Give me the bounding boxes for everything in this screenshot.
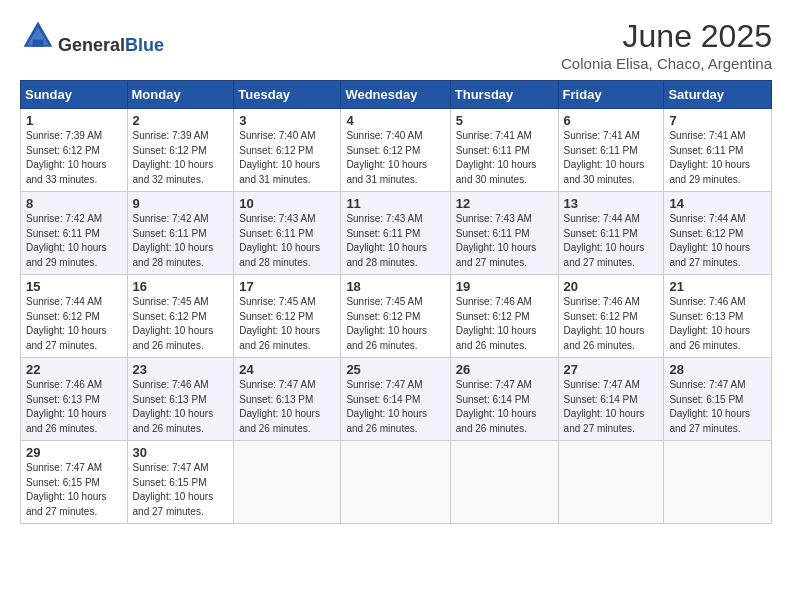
day-number: 6 — [564, 113, 659, 128]
day-cell: 15 Sunrise: 7:44 AMSunset: 6:12 PMDaylig… — [21, 275, 128, 358]
day-cell: 28 Sunrise: 7:47 AMSunset: 6:15 PMDaylig… — [664, 358, 772, 441]
day-info: Sunrise: 7:47 AMSunset: 6:14 PMDaylight:… — [346, 379, 427, 434]
day-cell: 8 Sunrise: 7:42 AMSunset: 6:11 PMDayligh… — [21, 192, 128, 275]
day-cell — [664, 441, 772, 524]
day-cell: 30 Sunrise: 7:47 AMSunset: 6:15 PMDaylig… — [127, 441, 234, 524]
calendar-title: June 2025 — [561, 18, 772, 55]
day-info: Sunrise: 7:45 AMSunset: 6:12 PMDaylight:… — [346, 296, 427, 351]
day-cell: 24 Sunrise: 7:47 AMSunset: 6:13 PMDaylig… — [234, 358, 341, 441]
week-row-2: 8 Sunrise: 7:42 AMSunset: 6:11 PMDayligh… — [21, 192, 772, 275]
day-number: 22 — [26, 362, 122, 377]
day-number: 12 — [456, 196, 553, 211]
day-number: 19 — [456, 279, 553, 294]
day-cell: 3 Sunrise: 7:40 AMSunset: 6:12 PMDayligh… — [234, 109, 341, 192]
day-info: Sunrise: 7:40 AMSunset: 6:12 PMDaylight:… — [239, 130, 320, 185]
day-info: Sunrise: 7:47 AMSunset: 6:15 PMDaylight:… — [133, 462, 214, 517]
weekday-header-monday: Monday — [127, 81, 234, 109]
day-number: 28 — [669, 362, 766, 377]
day-cell: 22 Sunrise: 7:46 AMSunset: 6:13 PMDaylig… — [21, 358, 128, 441]
day-number: 8 — [26, 196, 122, 211]
day-cell: 14 Sunrise: 7:44 AMSunset: 6:12 PMDaylig… — [664, 192, 772, 275]
weekday-header-sunday: Sunday — [21, 81, 128, 109]
day-cell: 25 Sunrise: 7:47 AMSunset: 6:14 PMDaylig… — [341, 358, 450, 441]
day-number: 2 — [133, 113, 229, 128]
day-info: Sunrise: 7:40 AMSunset: 6:12 PMDaylight:… — [346, 130, 427, 185]
logo: GeneralBlue — [20, 18, 164, 54]
day-number: 18 — [346, 279, 444, 294]
day-cell: 1 Sunrise: 7:39 AMSunset: 6:12 PMDayligh… — [21, 109, 128, 192]
weekday-header-saturday: Saturday — [664, 81, 772, 109]
day-info: Sunrise: 7:44 AMSunset: 6:12 PMDaylight:… — [669, 213, 750, 268]
day-info: Sunrise: 7:47 AMSunset: 6:14 PMDaylight:… — [564, 379, 645, 434]
day-info: Sunrise: 7:43 AMSunset: 6:11 PMDaylight:… — [239, 213, 320, 268]
day-number: 26 — [456, 362, 553, 377]
day-number: 27 — [564, 362, 659, 377]
day-info: Sunrise: 7:47 AMSunset: 6:15 PMDaylight:… — [669, 379, 750, 434]
weekday-header-row: SundayMondayTuesdayWednesdayThursdayFrid… — [21, 81, 772, 109]
day-number: 5 — [456, 113, 553, 128]
day-info: Sunrise: 7:44 AMSunset: 6:12 PMDaylight:… — [26, 296, 107, 351]
day-info: Sunrise: 7:39 AMSunset: 6:12 PMDaylight:… — [26, 130, 107, 185]
day-cell: 16 Sunrise: 7:45 AMSunset: 6:12 PMDaylig… — [127, 275, 234, 358]
calendar-location: Colonia Elisa, Chaco, Argentina — [561, 55, 772, 72]
header: GeneralBlue June 2025 Colonia Elisa, Cha… — [20, 18, 772, 72]
day-info: Sunrise: 7:47 AMSunset: 6:14 PMDaylight:… — [456, 379, 537, 434]
day-cell: 13 Sunrise: 7:44 AMSunset: 6:11 PMDaylig… — [558, 192, 664, 275]
day-number: 13 — [564, 196, 659, 211]
day-number: 14 — [669, 196, 766, 211]
day-info: Sunrise: 7:41 AMSunset: 6:11 PMDaylight:… — [564, 130, 645, 185]
day-number: 21 — [669, 279, 766, 294]
day-number: 29 — [26, 445, 122, 460]
day-info: Sunrise: 7:45 AMSunset: 6:12 PMDaylight:… — [133, 296, 214, 351]
day-cell — [558, 441, 664, 524]
day-cell: 12 Sunrise: 7:43 AMSunset: 6:11 PMDaylig… — [450, 192, 558, 275]
day-cell: 7 Sunrise: 7:41 AMSunset: 6:11 PMDayligh… — [664, 109, 772, 192]
day-info: Sunrise: 7:42 AMSunset: 6:11 PMDaylight:… — [26, 213, 107, 268]
day-cell: 6 Sunrise: 7:41 AMSunset: 6:11 PMDayligh… — [558, 109, 664, 192]
day-info: Sunrise: 7:46 AMSunset: 6:13 PMDaylight:… — [669, 296, 750, 351]
day-number: 11 — [346, 196, 444, 211]
day-number: 9 — [133, 196, 229, 211]
weekday-header-friday: Friday — [558, 81, 664, 109]
day-info: Sunrise: 7:46 AMSunset: 6:12 PMDaylight:… — [456, 296, 537, 351]
day-cell: 9 Sunrise: 7:42 AMSunset: 6:11 PMDayligh… — [127, 192, 234, 275]
day-cell: 27 Sunrise: 7:47 AMSunset: 6:14 PMDaylig… — [558, 358, 664, 441]
week-row-5: 29 Sunrise: 7:47 AMSunset: 6:15 PMDaylig… — [21, 441, 772, 524]
day-number: 17 — [239, 279, 335, 294]
day-cell — [341, 441, 450, 524]
day-number: 7 — [669, 113, 766, 128]
day-cell: 29 Sunrise: 7:47 AMSunset: 6:15 PMDaylig… — [21, 441, 128, 524]
day-info: Sunrise: 7:46 AMSunset: 6:12 PMDaylight:… — [564, 296, 645, 351]
day-number: 25 — [346, 362, 444, 377]
logo-blue-text: Blue — [125, 35, 164, 55]
day-info: Sunrise: 7:43 AMSunset: 6:11 PMDaylight:… — [346, 213, 427, 268]
day-cell: 21 Sunrise: 7:46 AMSunset: 6:13 PMDaylig… — [664, 275, 772, 358]
day-cell: 20 Sunrise: 7:46 AMSunset: 6:12 PMDaylig… — [558, 275, 664, 358]
svg-rect-2 — [33, 40, 44, 47]
day-number: 23 — [133, 362, 229, 377]
day-cell — [234, 441, 341, 524]
week-row-1: 1 Sunrise: 7:39 AMSunset: 6:12 PMDayligh… — [21, 109, 772, 192]
weekday-header-wednesday: Wednesday — [341, 81, 450, 109]
day-number: 1 — [26, 113, 122, 128]
day-info: Sunrise: 7:46 AMSunset: 6:13 PMDaylight:… — [26, 379, 107, 434]
title-block: June 2025 Colonia Elisa, Chaco, Argentin… — [561, 18, 772, 72]
week-row-4: 22 Sunrise: 7:46 AMSunset: 6:13 PMDaylig… — [21, 358, 772, 441]
day-cell: 23 Sunrise: 7:46 AMSunset: 6:13 PMDaylig… — [127, 358, 234, 441]
day-number: 30 — [133, 445, 229, 460]
day-info: Sunrise: 7:41 AMSunset: 6:11 PMDaylight:… — [456, 130, 537, 185]
day-number: 20 — [564, 279, 659, 294]
day-info: Sunrise: 7:43 AMSunset: 6:11 PMDaylight:… — [456, 213, 537, 268]
day-cell — [450, 441, 558, 524]
day-info: Sunrise: 7:39 AMSunset: 6:12 PMDaylight:… — [133, 130, 214, 185]
day-cell: 10 Sunrise: 7:43 AMSunset: 6:11 PMDaylig… — [234, 192, 341, 275]
day-cell: 19 Sunrise: 7:46 AMSunset: 6:12 PMDaylig… — [450, 275, 558, 358]
day-info: Sunrise: 7:42 AMSunset: 6:11 PMDaylight:… — [133, 213, 214, 268]
day-info: Sunrise: 7:45 AMSunset: 6:12 PMDaylight:… — [239, 296, 320, 351]
day-info: Sunrise: 7:46 AMSunset: 6:13 PMDaylight:… — [133, 379, 214, 434]
day-cell: 18 Sunrise: 7:45 AMSunset: 6:12 PMDaylig… — [341, 275, 450, 358]
day-cell: 17 Sunrise: 7:45 AMSunset: 6:12 PMDaylig… — [234, 275, 341, 358]
day-number: 16 — [133, 279, 229, 294]
day-info: Sunrise: 7:44 AMSunset: 6:11 PMDaylight:… — [564, 213, 645, 268]
day-cell: 26 Sunrise: 7:47 AMSunset: 6:14 PMDaylig… — [450, 358, 558, 441]
